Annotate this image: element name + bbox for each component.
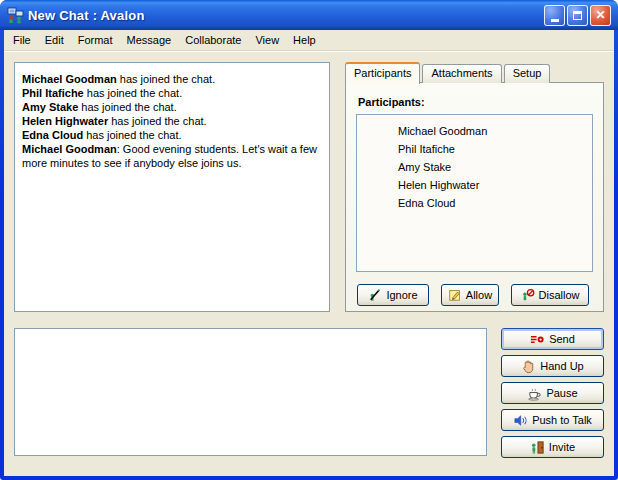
minimize-button[interactable] (544, 5, 565, 26)
tab-attachments[interactable]: Attachments (422, 64, 501, 83)
chat-sender: Michael Goodman (22, 143, 117, 155)
send-button[interactable]: Send (501, 328, 604, 350)
chat-sender: Edna Cloud (22, 129, 83, 141)
window-controls: ✕ (544, 5, 611, 26)
chat-text: has joined the chat. (78, 101, 176, 113)
pause-button[interactable]: Pause (501, 382, 604, 404)
tab-label: Participants (354, 67, 411, 79)
participant-item[interactable]: Helen Highwater (357, 176, 592, 194)
maximize-icon (573, 11, 582, 20)
participant-item[interactable]: Amy Stake (357, 158, 592, 176)
title-bar[interactable]: New Chat : Avalon ✕ (0, 0, 618, 30)
menu-file[interactable]: File (6, 31, 38, 49)
disallow-button-label: Disallow (539, 289, 580, 301)
invite-button-label: Invite (549, 441, 575, 453)
chat-sender: Amy Stake (22, 101, 78, 113)
allow-button-label: Allow (466, 289, 492, 301)
chat-sender: Phil Itafiche (22, 87, 84, 99)
app-window: New Chat : Avalon ✕ File Edit Format Mes… (0, 0, 618, 480)
chat-text: has joined the chat. (117, 73, 215, 85)
ignore-button-label: Ignore (386, 289, 417, 301)
chat-app-icon-glyph (7, 7, 24, 24)
window-title: New Chat : Avalon (28, 8, 544, 23)
client-area: File Edit Format Message Collaborate Vie… (4, 30, 614, 476)
chat-log: Michael Goodman has joined the chat. Phi… (14, 62, 330, 312)
chat-message: Edna Cloud has joined the chat. (22, 128, 323, 142)
participant-item[interactable]: Phil Itafiche (357, 140, 592, 158)
allow-note-icon (448, 288, 462, 302)
pause-coffee-icon (527, 386, 542, 401)
menu-message[interactable]: Message (120, 31, 179, 49)
minimize-icon (551, 19, 559, 22)
tab-label: Setup (513, 67, 542, 79)
chat-message: Phil Itafiche has joined the chat. (22, 86, 323, 100)
menu-edit[interactable]: Edit (38, 31, 71, 49)
send-button-label: Send (549, 333, 575, 345)
maximize-button[interactable] (567, 5, 588, 26)
participants-page: Participants: Michael Goodman Phil Itafi… (345, 82, 604, 312)
chat-sender: Michael Goodman (22, 73, 117, 85)
push-to-talk-button[interactable]: Push to Talk (501, 409, 604, 431)
chat-app-icon[interactable] (7, 7, 24, 24)
tab-participants[interactable]: Participants (345, 62, 420, 84)
participants-heading: Participants: (358, 96, 425, 108)
push-to-talk-icon (513, 413, 528, 428)
disallow-button[interactable]: Disallow (511, 284, 589, 306)
invite-button[interactable]: Invite (501, 436, 604, 458)
hand-up-button-label: Hand Up (540, 360, 583, 372)
allow-button[interactable]: Allow (441, 284, 499, 306)
participant-item[interactable]: Michael Goodman (357, 122, 592, 140)
chat-message: Helen Highwater has joined the chat. (22, 114, 323, 128)
tab-strip: Participants Attachments Setup (345, 62, 552, 83)
menu-collaborate[interactable]: Collaborate (178, 31, 248, 49)
disallow-person-icon (521, 288, 535, 302)
ignore-button[interactable]: Ignore (357, 284, 429, 306)
menu-help[interactable]: Help (286, 31, 323, 49)
chat-text: has joined the chat. (83, 129, 181, 141)
tab-label: Attachments (431, 67, 492, 79)
close-icon: ✕ (595, 9, 605, 21)
chat-message: Amy Stake has joined the chat. (22, 100, 323, 114)
chat-text: has joined the chat. (84, 87, 182, 99)
chat-text: has joined the chat. (108, 115, 206, 127)
menu-format[interactable]: Format (71, 31, 120, 49)
participants-list: Michael Goodman Phil Itafiche Amy Stake … (356, 114, 593, 272)
tab-setup[interactable]: Setup (504, 64, 551, 83)
message-input[interactable] (14, 328, 487, 456)
hand-up-icon (521, 359, 536, 374)
chat-message: Michael Goodman: Good evening students. … (22, 142, 323, 170)
ignore-person-icon (368, 288, 382, 302)
participants-tab-control: Participants Attachments Setup Participa… (345, 62, 604, 312)
invite-icon (530, 440, 545, 455)
chat-message: Michael Goodman has joined the chat. (22, 72, 323, 86)
close-button[interactable]: ✕ (590, 5, 611, 26)
hand-up-button[interactable]: Hand Up (501, 355, 604, 377)
send-icon (530, 332, 545, 347)
chat-sender: Helen Highwater (22, 115, 108, 127)
participant-item[interactable]: Edna Cloud (357, 194, 592, 212)
menu-bar: File Edit Format Message Collaborate Vie… (4, 30, 614, 51)
pause-button-label: Pause (546, 387, 577, 399)
push-to-talk-button-label: Push to Talk (532, 414, 592, 426)
menu-view[interactable]: View (248, 31, 286, 49)
